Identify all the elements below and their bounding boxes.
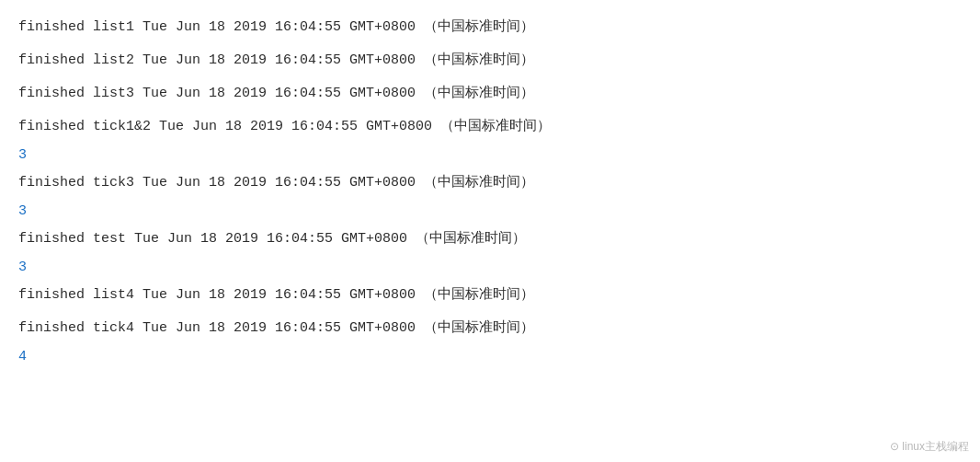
- log-line: finished list2 Tue Jun 18 2019 16:04:55 …: [18, 44, 962, 77]
- log-line: finished list4 Tue Jun 18 2019 16:04:55 …: [18, 279, 962, 312]
- log-line: finished test Tue Jun 18 2019 16:04:55 G…: [18, 223, 962, 256]
- log-line: finished list1 Tue Jun 18 2019 16:04:55 …: [18, 11, 962, 44]
- log-container: finished list1 Tue Jun 18 2019 16:04:55 …: [18, 11, 962, 368]
- watermark-label: ⊙ linux主栈编程: [890, 439, 969, 455]
- log-line: finished tick3 Tue Jun 18 2019 16:04:55 …: [18, 167, 962, 200]
- number-line: 4: [18, 345, 962, 368]
- log-line: finished tick1&2 Tue Jun 18 2019 16:04:5…: [18, 110, 962, 144]
- log-line: finished tick4 Tue Jun 18 2019 16:04:55 …: [18, 312, 962, 345]
- number-line: 3: [18, 256, 962, 279]
- number-line: 3: [18, 144, 962, 167]
- log-line: finished list3 Tue Jun 18 2019 16:04:55 …: [18, 77, 962, 110]
- number-line: 3: [18, 200, 962, 223]
